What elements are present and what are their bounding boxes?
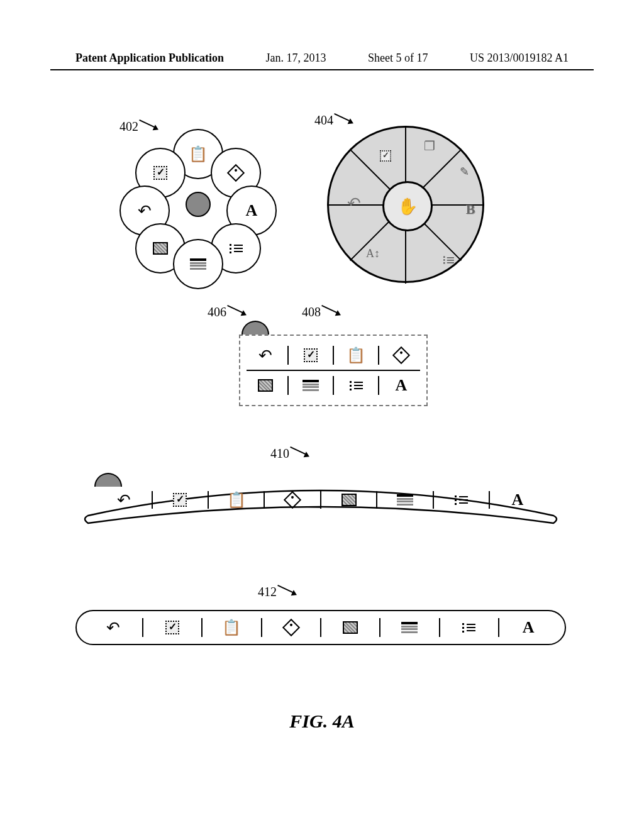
ref-408: 408	[302, 305, 341, 319]
image-icon	[153, 242, 168, 255]
ref-404: 404	[314, 113, 353, 128]
wheel-menu[interactable]: ❐ ✎ ↶ B A↕ ✋	[327, 126, 484, 283]
bullets-icon	[350, 381, 363, 390]
tag-icon	[284, 491, 301, 509]
page-header: Patent Application Publication Jan. 17, …	[0, 52, 644, 65]
wheel-copy[interactable]: ❐	[417, 136, 442, 155]
arc-lines[interactable]	[386, 489, 424, 511]
header-sheet: Sheet 5 of 17	[368, 52, 428, 65]
tag-icon	[282, 619, 300, 636]
lines-icon	[397, 494, 413, 506]
a-arrows-icon: A↕	[366, 247, 380, 260]
figure-canvas: 402 404 406 408 410 412 📋 ↶ A ❐ ✎	[50, 82, 594, 792]
bar-a[interactable]: A	[508, 617, 549, 638]
check-icon	[304, 348, 318, 362]
bar-tag[interactable]	[270, 617, 312, 638]
box-bullets[interactable]	[340, 375, 372, 396]
bullets-icon	[230, 244, 243, 253]
ref-406: 406	[208, 305, 247, 319]
clipboard-icon: 📋	[189, 145, 208, 163]
box-row-1: ↶ 📋	[247, 341, 420, 370]
box-clipboard[interactable]: 📋	[340, 345, 372, 366]
petal-lines[interactable]	[173, 239, 223, 289]
bar-undo[interactable]: ↶	[92, 617, 134, 638]
straight-menu[interactable]: ↶ 📋 A	[75, 610, 566, 645]
letter-a-icon: A	[523, 618, 535, 637]
bullets-icon	[462, 623, 475, 633]
letter-a-icon: A	[246, 201, 258, 220]
box-grab-handle[interactable]	[242, 321, 269, 335]
ref-412: 412	[258, 585, 297, 599]
flower-menu[interactable]: 📋 ↶ A	[126, 132, 270, 277]
header-left: Patent Application Publication	[75, 52, 224, 65]
arc-bullets[interactable]	[442, 489, 480, 511]
check-icon	[165, 621, 179, 634]
wheel-bullets[interactable]	[436, 250, 461, 269]
brush-icon: ✎	[460, 165, 469, 179]
arc-clipboard[interactable]: 📋	[218, 489, 255, 511]
wheel-brush[interactable]: ✎	[452, 162, 477, 181]
undo-icon: ↶	[347, 194, 361, 213]
tag-icon	[227, 164, 245, 182]
box-a[interactable]: A	[386, 375, 417, 396]
image-icon	[341, 494, 357, 506]
arc-image[interactable]	[330, 489, 368, 511]
bar-bullets[interactable]	[448, 617, 490, 638]
arc-undo[interactable]: ↶	[105, 489, 143, 511]
box-body: ↶ 📋 A	[239, 335, 428, 406]
clipboard-icon: 📋	[222, 619, 241, 636]
box-menu[interactable]: ↶ 📋 A	[239, 321, 428, 406]
bar-clipboard[interactable]: 📋	[211, 617, 252, 638]
arc-tag[interactable]	[274, 489, 311, 511]
box-tag[interactable]	[386, 345, 417, 366]
undo-icon: ↶	[117, 490, 131, 510]
check-icon	[380, 150, 391, 162]
arc-items: ↶ 📋 A	[101, 489, 541, 511]
ref-410: 410	[270, 446, 309, 461]
wheel-hub[interactable]: ✋	[382, 181, 433, 231]
box-lines[interactable]	[295, 375, 326, 396]
tag-icon	[392, 346, 410, 364]
wheel-b[interactable]: B	[458, 200, 483, 219]
clipboard-icon: 📋	[227, 491, 246, 509]
header-date: Jan. 17, 2013	[266, 52, 326, 65]
arc-menu[interactable]: ↶ 📋 A	[75, 472, 566, 528]
wheel-a-arrows[interactable]: A↕	[360, 244, 386, 263]
arc-a[interactable]: A	[499, 489, 536, 511]
box-undo[interactable]: ↶	[250, 345, 281, 366]
lines-icon	[303, 380, 319, 391]
letter-a-icon: A	[396, 376, 408, 395]
bar-lines[interactable]	[389, 617, 430, 638]
lines-icon	[401, 622, 418, 633]
bullets-icon	[455, 495, 468, 505]
clipboard-icon: 📋	[347, 346, 365, 364]
undo-icon: ↶	[106, 618, 120, 638]
hand-icon: ✋	[397, 197, 418, 216]
undo-icon: ↶	[258, 346, 272, 365]
bar-check[interactable]	[152, 617, 193, 638]
box-row-2: A	[247, 370, 420, 400]
image-icon	[258, 379, 273, 392]
box-image[interactable]	[250, 375, 281, 396]
check-icon	[153, 166, 167, 180]
lines-icon	[190, 258, 206, 270]
wheel-undo[interactable]: ↶	[341, 194, 367, 213]
header-pubno: US 2013/0019182 A1	[470, 52, 569, 65]
undo-icon: ↶	[138, 201, 152, 221]
box-check[interactable]	[295, 345, 326, 366]
copy-icon: ❐	[424, 138, 435, 153]
header-rule	[50, 69, 594, 70]
bar-image[interactable]	[330, 617, 371, 638]
flower-hub[interactable]	[186, 192, 211, 217]
letter-b-icon: B	[466, 201, 475, 218]
arc-check[interactable]	[161, 489, 199, 511]
letter-a-icon: A	[512, 490, 524, 509]
wheel-check[interactable]	[373, 147, 398, 165]
bullets-icon	[443, 256, 454, 263]
image-icon	[343, 621, 358, 634]
figure-label: FIG. 4A	[50, 711, 594, 732]
check-icon	[173, 493, 187, 507]
